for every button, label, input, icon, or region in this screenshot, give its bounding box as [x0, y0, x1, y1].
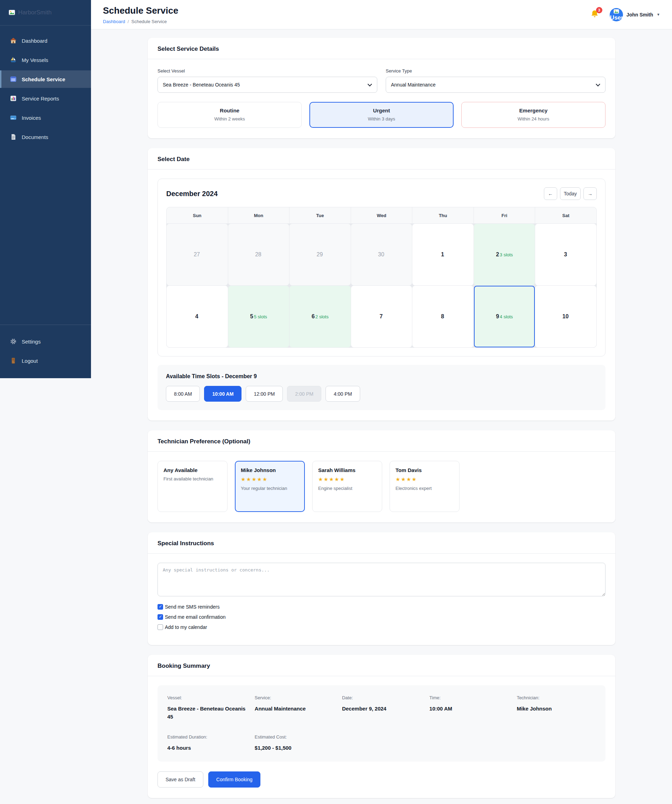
weekday-header: Sun — [166, 207, 228, 224]
sidebar-item-logout[interactable]: Logout — [0, 352, 91, 369]
technician-option-tom-davis[interactable]: Tom Davis ★★★★ Electronics expert — [390, 461, 460, 512]
time-slot-10am-selected[interactable]: 10:00 AM — [204, 386, 241, 402]
notification-badge: 3 — [596, 7, 602, 13]
checkbox-add-to-calendar[interactable]: Add to my calendar — [158, 624, 605, 630]
card-title: Technician Preference (Optional) — [158, 438, 605, 445]
urgency-option-routine[interactable]: Routine Within 2 weeks — [158, 102, 302, 128]
urgency-option-emergency[interactable]: Emergency Within 24 hours — [461, 102, 605, 128]
vessel-select[interactable]: Sea Breeze - Beneteau Oceanis 45 — [158, 77, 377, 93]
door-icon — [10, 357, 17, 364]
broken-image-icon — [8, 9, 15, 16]
calendar-day[interactable]: 3 — [535, 224, 596, 285]
urgency-option-urgent[interactable]: Urgent Within 3 days — [309, 102, 453, 128]
summary-field-service: Service: Annual Maintenance — [255, 695, 334, 721]
calendar-prev-button[interactable]: ← — [544, 187, 557, 200]
time-slots-panel: Available Time Slots - December 9 8:00 A… — [158, 365, 605, 410]
header-left: Schedule Service Dashboard/Schedule Serv… — [103, 5, 178, 24]
sidebar-item-documents[interactable]: Documents — [0, 128, 91, 145]
avatar-alt-text: User — [610, 15, 623, 21]
save-as-draft-button[interactable]: Save as Draft — [158, 771, 203, 788]
weekday-header: Sat — [535, 207, 596, 224]
card-header: Select Date — [148, 148, 615, 170]
app-logo: HarborSmith — [0, 0, 91, 26]
user-menu[interactable]: User John Smith ▼ — [610, 8, 660, 21]
sidebar-item-my-vessels[interactable]: My Vessels — [0, 51, 91, 69]
weekday-header: Fri — [474, 207, 535, 224]
breadcrumb-dashboard-link[interactable]: Dashboard — [103, 19, 125, 24]
summary-field-date: Date: December 9, 2024 — [342, 695, 421, 721]
card-header: Select Service Details — [148, 38, 615, 59]
service-type-label: Service Type — [386, 68, 605, 74]
sailboat-icon — [10, 56, 17, 64]
calendar-day[interactable]: 1 — [412, 224, 473, 285]
time-slot-2pm-disabled: 2:00 PM — [287, 386, 321, 402]
sidebar-item-label: Settings — [22, 338, 41, 345]
select-date-card: Select Date December 2024 ← Today → Sun — [148, 148, 615, 420]
calendar-day[interactable]: 10 — [535, 286, 596, 347]
chevron-down-icon: ▼ — [657, 13, 660, 16]
calendar-day-selected[interactable]: 94 slots — [474, 286, 535, 347]
technician-option-any[interactable]: Any Available First available technician — [158, 461, 227, 512]
sidebar-item-label: Schedule Service — [22, 76, 65, 82]
checkbox[interactable] — [158, 604, 163, 610]
calendar-day: 28 — [228, 224, 289, 285]
sidebar-item-label: Documents — [22, 134, 48, 140]
weekday-header: Wed — [351, 207, 412, 224]
service-type-select[interactable]: Annual Maintenance — [386, 77, 605, 93]
avatar: User — [610, 8, 623, 21]
checkbox-sms-reminders[interactable]: Send me SMS reminders — [158, 604, 605, 610]
card-title: Select Date — [158, 156, 605, 163]
special-instructions-textarea[interactable] — [158, 563, 605, 596]
summary-field-vessel: Vessel: Sea Breeze - Beneteau Oceanis 45 — [167, 695, 246, 721]
calendar-day[interactable]: 8 — [412, 286, 473, 347]
calendar-day[interactable]: 23 slots — [474, 224, 535, 285]
notifications-button[interactable]: 3 — [590, 10, 599, 20]
time-slot-8am[interactable]: 8:00 AM — [166, 386, 200, 402]
time-slot-4pm[interactable]: 4:00 PM — [326, 386, 360, 402]
sidebar: HarborSmith Dashboard My Vessels — [0, 0, 91, 378]
calendar-day[interactable]: 4 — [166, 286, 228, 347]
calendar-today-button[interactable]: Today — [560, 187, 581, 200]
calendar-day[interactable]: 7 — [351, 286, 412, 347]
star-rating: ★★★★★ — [318, 476, 376, 482]
calendar-day: 30 — [351, 224, 412, 285]
calendar-day[interactable]: 55 slots — [228, 286, 289, 347]
home-icon — [10, 37, 17, 44]
technician-option-mike-johnson[interactable]: Mike Johnson ★★★★★ Your regular technici… — [235, 461, 305, 512]
technician-preference-card: Technician Preference (Optional) Any Ava… — [148, 430, 615, 523]
chevron-down-icon — [367, 82, 372, 87]
confirm-booking-button[interactable]: Confirm Booking — [208, 771, 261, 788]
checkbox[interactable] — [158, 614, 163, 620]
calendar-next-button[interactable]: → — [584, 187, 597, 200]
weekday-header: Mon — [228, 207, 289, 224]
checkbox[interactable] — [158, 624, 163, 630]
special-instructions-card: Special Instructions Send me SMS reminde… — [148, 532, 615, 645]
breadcrumb: Dashboard/Schedule Service — [103, 19, 178, 24]
sidebar-item-dashboard[interactable]: Dashboard — [0, 32, 91, 49]
sidebar-nav: Dashboard My Vessels Schedule Service — [0, 26, 91, 325]
calendar-icon — [10, 76, 17, 83]
page-title: Schedule Service — [103, 5, 178, 16]
summary-field-technician: Technician: Mike Johnson — [517, 695, 596, 721]
vessel-field: Select Vessel Sea Breeze - Beneteau Ocea… — [158, 68, 377, 93]
calendar-day[interactable]: 62 slots — [289, 286, 351, 347]
breadcrumb-current: Schedule Service — [131, 19, 166, 24]
checkbox-email-confirmation[interactable]: Send me email confirmation — [158, 614, 605, 620]
sidebar-item-settings[interactable]: Settings — [0, 333, 91, 350]
breadcrumb-separator: / — [128, 19, 129, 24]
gear-icon — [10, 338, 17, 345]
time-slot-12pm[interactable]: 12:00 PM — [246, 386, 283, 402]
card-title: Special Instructions — [158, 540, 605, 547]
calendar: December 2024 ← Today → Sun Mon Tue Wed … — [158, 178, 605, 356]
sidebar-item-service-reports[interactable]: Service Reports — [0, 90, 91, 107]
sidebar-footer: Settings Logout — [0, 325, 91, 378]
summary-field-cost: Estimated Cost: $1,200 - $1,500 — [255, 734, 334, 752]
time-slots-title: Available Time Slots - December 9 — [166, 373, 597, 379]
star-rating: ★★★★★ — [241, 476, 299, 482]
bar-chart-icon — [10, 95, 17, 102]
vessel-label: Select Vessel — [158, 68, 377, 74]
technician-option-sarah-williams[interactable]: Sarah Williams ★★★★★ Engine specialist — [312, 461, 382, 512]
sidebar-item-invoices[interactable]: Invoices — [0, 109, 91, 126]
sidebar-item-schedule-service[interactable]: Schedule Service — [0, 70, 91, 88]
header-right: 3 User John Smith ▼ — [590, 8, 660, 21]
